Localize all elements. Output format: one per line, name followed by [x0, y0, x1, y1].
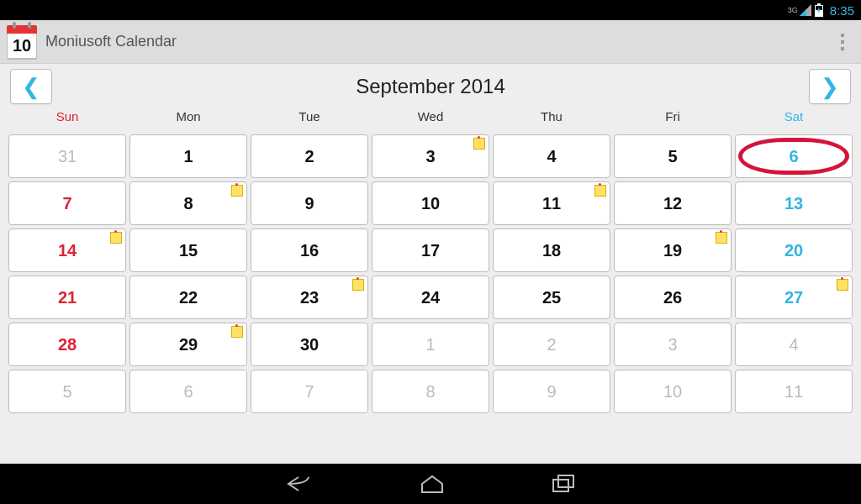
day-cell[interactable]: 10	[614, 370, 732, 413]
day-cell[interactable]: 7	[8, 181, 126, 225]
day-number: 23	[300, 288, 319, 307]
day-cell[interactable]: 3	[614, 323, 732, 366]
day-number: 12	[663, 194, 682, 213]
day-cell[interactable]: 3	[372, 134, 489, 178]
day-cell[interactable]: 21	[8, 276, 126, 319]
day-number: 30	[300, 335, 319, 354]
day-cell[interactable]: 11	[493, 181, 610, 225]
day-number: 28	[58, 335, 77, 354]
day-cell[interactable]: 17	[372, 228, 489, 272]
day-number: 26	[663, 288, 682, 307]
day-cell[interactable]: 9	[493, 370, 610, 413]
day-cell[interactable]: 6	[735, 134, 853, 178]
day-cell[interactable]: 20	[735, 228, 853, 272]
weekday-label: Mon	[129, 109, 247, 131]
day-cell[interactable]: 2	[251, 134, 368, 178]
day-number: 7	[304, 382, 314, 402]
day-cell[interactable]: 29	[129, 323, 247, 366]
day-number: 13	[784, 194, 803, 213]
note-icon	[231, 326, 243, 338]
next-month-button[interactable]: ❯	[809, 69, 851, 104]
weekday-label: Thu	[493, 109, 610, 131]
weekday-label: Tue	[251, 109, 368, 131]
weekday-label: Sun	[8, 109, 126, 131]
day-number: 20	[784, 241, 803, 260]
day-number: 24	[421, 288, 440, 307]
recents-button[interactable]	[544, 467, 583, 501]
status-clock: 8:35	[830, 3, 854, 18]
day-cell[interactable]: 4	[493, 134, 610, 178]
day-number: 21	[58, 288, 77, 307]
day-number: 6	[789, 147, 798, 166]
day-cell[interactable]: 30	[251, 323, 368, 366]
day-cell[interactable]: 2	[493, 323, 610, 366]
day-cell[interactable]: 31	[8, 134, 126, 178]
day-number: 8	[425, 382, 435, 402]
month-title: September 2014	[356, 75, 504, 98]
network-label: 3G	[788, 7, 798, 14]
day-cell[interactable]: 28	[8, 323, 126, 366]
day-cell[interactable]: 26	[614, 276, 732, 319]
day-cell[interactable]: 22	[129, 276, 247, 319]
day-cell[interactable]: 6	[129, 370, 247, 413]
day-number: 9	[547, 382, 556, 402]
day-cell[interactable]: 25	[493, 276, 610, 319]
month-nav: ❮ September 2014 ❯	[0, 64, 861, 109]
note-icon	[110, 232, 122, 244]
action-bar: 10 Moniusoft Calendar	[0, 20, 861, 64]
day-number: 11	[542, 194, 561, 213]
day-number: 18	[542, 241, 561, 260]
day-number: 15	[179, 241, 198, 260]
day-cell[interactable]: 13	[735, 181, 853, 225]
day-number: 2	[547, 335, 556, 354]
prev-month-button[interactable]: ❮	[10, 69, 52, 104]
day-cell[interactable]: 14	[8, 228, 126, 272]
day-cell[interactable]: 8	[129, 181, 247, 225]
day-cell[interactable]: 1	[372, 323, 489, 366]
home-button[interactable]	[413, 467, 452, 501]
app-icon: 10	[7, 25, 37, 59]
day-cell[interactable]: 5	[8, 370, 126, 413]
svg-rect-3	[553, 480, 568, 491]
day-cell[interactable]: 5	[614, 134, 732, 178]
day-cell[interactable]: 15	[129, 228, 247, 272]
day-number: 6	[183, 382, 193, 402]
system-nav-bar	[0, 464, 861, 504]
day-cell[interactable]: 9	[251, 181, 368, 225]
day-cell[interactable]: 4	[735, 323, 853, 366]
svg-rect-4	[558, 475, 573, 487]
battery-icon	[815, 3, 823, 17]
day-number: 17	[421, 241, 440, 260]
day-cell[interactable]: 18	[493, 228, 610, 272]
day-cell[interactable]: 16	[251, 228, 368, 272]
calendar-grid: 3112345678910111213141516171819202122232…	[0, 131, 861, 420]
app-title: Moniusoft Calendar	[45, 33, 177, 50]
day-cell[interactable]: 12	[614, 181, 732, 225]
day-cell[interactable]: 23	[251, 276, 368, 319]
day-cell[interactable]: 27	[735, 276, 853, 319]
svg-rect-0	[817, 3, 821, 5]
day-cell[interactable]: 10	[372, 181, 489, 225]
day-number: 2	[304, 147, 314, 166]
day-number: 29	[179, 335, 198, 354]
note-icon	[473, 138, 485, 150]
day-cell[interactable]: 11	[735, 370, 853, 413]
day-number: 4	[789, 335, 798, 354]
weekday-label: Fri	[614, 109, 732, 131]
overflow-menu-icon[interactable]	[831, 25, 854, 59]
day-cell[interactable]: 1	[129, 134, 247, 178]
app-body: 10 Moniusoft Calendar ❮ September 2014 ❯…	[0, 20, 861, 464]
day-number: 27	[784, 288, 803, 307]
blank-area	[0, 420, 861, 464]
day-number: 14	[58, 241, 77, 260]
day-cell[interactable]: 8	[372, 370, 489, 413]
day-number: 8	[183, 194, 193, 213]
day-number: 5	[62, 382, 71, 402]
day-number: 10	[663, 382, 682, 402]
day-cell[interactable]: 19	[614, 228, 732, 272]
status-bar: 3G 8:35	[0, 0, 861, 20]
back-button[interactable]	[278, 467, 320, 501]
note-icon	[716, 232, 727, 244]
day-cell[interactable]: 7	[251, 370, 368, 413]
day-cell[interactable]: 24	[372, 276, 489, 319]
